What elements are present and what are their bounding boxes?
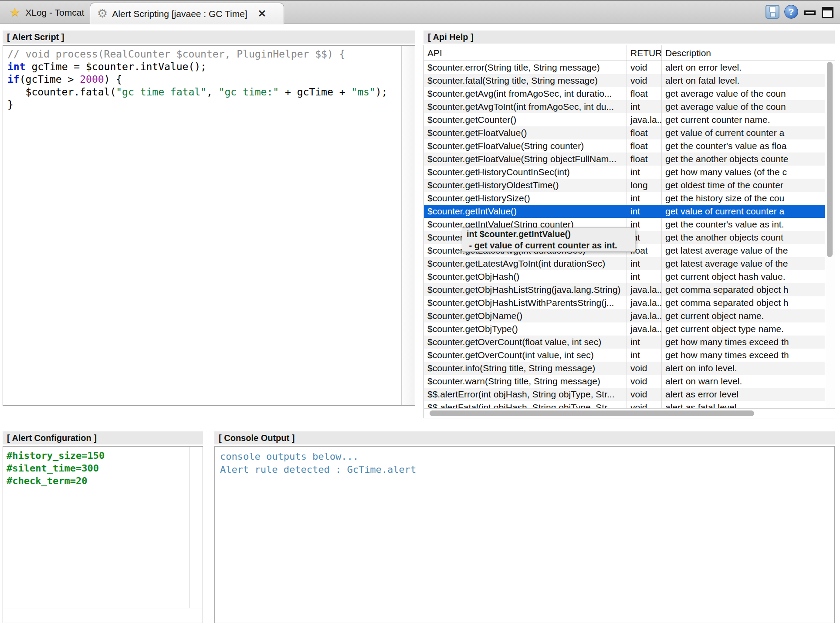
api-cell-desc: get average value of the coun [662,100,825,113]
api-cell-ret: void [627,61,662,74]
api-table-row[interactable]: $counter.getObjHashListWithParentsString… [424,296,825,309]
api-cell-desc: get average value of the coun [662,87,825,100]
floppy-label [769,7,776,12]
api-cell-desc: alert on error level. [662,61,825,74]
con-line: Alert rule detected : GcTime.alert [220,463,416,476]
api-cell-api: $counter.getIntValue() [424,205,627,218]
api-cell-api: $counter.getOverCount(float value, int s… [424,336,627,349]
api-table-row[interactable]: $counter.getOverCount(float value, int s… [424,336,825,349]
close-tab-icon[interactable]: ✕ [258,9,266,19]
config-hscrollbar-track[interactable] [3,608,203,623]
api-cell-desc: get how many values (of the c [662,166,825,179]
vertical-scrollbar[interactable] [825,61,835,408]
api-cell-desc: get the counter's value as floa [662,139,825,153]
api-cell-api: $counter.getObjType() [424,322,627,336]
horizontal-scrollbar-thumb[interactable] [430,410,754,416]
help-button[interactable]: ? [784,5,798,19]
tab-label: Alert Scripting [javaee : GC Time] [112,9,247,19]
api-cell-api: $counter.getFloatValue() [424,126,627,139]
alert-config-lines: #history_size=150#silent_time=300#check_… [7,449,105,487]
api-help-title: [ Api Help ] [423,31,835,44]
save-button[interactable] [765,5,779,19]
api-table-row[interactable]: $counter.getHistoryCountInSec(int)intget… [424,166,825,179]
console-output-area[interactable]: console outputs below...Alert rule detec… [214,446,835,623]
star-icon: ★ [10,7,20,18]
api-table-row[interactable]: $counter.getAvg(int fromAgoSec, int dura… [424,87,825,100]
api-cell-desc: get oldest time of the counter [662,179,825,192]
api-table-row[interactable]: $$.alertError(int objHash, String objTyp… [424,388,825,401]
minimize-button[interactable] [804,10,816,15]
api-table-row[interactable]: $counter.getOverCount(int value, int sec… [424,349,825,362]
api-cell-api: $$.alertFatal(int objHash, String objTyp… [424,401,627,408]
api-table-row[interactable]: $counter.getCounter()java.la...get curre… [424,113,825,126]
api-cell-ret: int [627,166,662,179]
api-cell-ret: void [627,388,662,401]
api-cell-desc: get comma separated object h [662,296,825,309]
api-cell-ret: float [627,153,662,166]
api-table-row[interactable]: $counter.getObjHashListString(java.lang.… [424,283,825,296]
cfg-line: #silent_time=300 [7,462,105,475]
api-table-row[interactable]: $counter.getFloatValue(String counter)fl… [424,139,825,153]
api-cell-desc: get how many times exceed th [662,349,825,362]
api-cell-api: $counter.warn(String title, String messa… [424,375,627,388]
api-table-row[interactable]: $counter.getObjName()java.la...get curre… [424,309,825,322]
api-table-row[interactable]: $counter.warn(String title, String messa… [424,375,825,388]
alert-scripting-window: ★ XLog - Tomcat ⚙ Alert Scripting [javae… [0,0,840,624]
api-table-row[interactable]: $counter.getHistorySize()intget the hist… [424,192,825,205]
api-table-row[interactable]: $counter.getObjType()java.la...get curre… [424,322,825,336]
alert-script-title: [ Alert Script ] [3,31,415,44]
api-cell-api: $counter.getAvg(int fromAgoSec, int dura… [424,87,627,100]
api-table-row[interactable]: $counter.getAvgToInt(int fromAgoSec, int… [424,100,825,113]
api-cell-api: $counter.getLatestAvgToInt(int durationS… [424,257,627,270]
api-cell-desc: get the another objects count [662,231,825,244]
code-line: $counter.fatal("gc time fatal", "gc time… [7,86,387,98]
api-cell-ret: void [627,375,662,388]
maximize-button[interactable] [822,7,833,18]
api-cell-api: $counter.getHistorySize() [424,192,627,205]
api-cell-desc: alert on warn level. [662,375,825,388]
api-cell-ret: void [627,74,662,87]
api-cell-api: $counter.getCounter() [424,113,627,126]
tab-xlog-tomcat[interactable]: ★ XLog - Tomcat [3,1,91,24]
alert-script-editor[interactable]: // void process(RealCounter $counter, Pl… [3,45,415,406]
api-table-row[interactable]: $counter.getFloatValue(String objectFull… [424,153,825,166]
api-cell-ret: float [627,126,662,139]
api-cell-desc: alert as error level [662,388,825,401]
horizontal-scrollbar[interactable] [424,408,835,418]
api-cell-desc: alert as fatal level [662,401,825,408]
api-table-row[interactable]: $counter.error(String title, String mess… [424,61,825,74]
tab-alert-scripting[interactable]: ⚙ Alert Scripting [javaee : GC Time] ✕ [90,3,284,24]
column-header-return[interactable]: RETURN [627,45,662,61]
api-cell-ret: int [627,257,662,270]
api-cell-ret: java.la... [627,309,662,322]
vertical-scrollbar-thumb[interactable] [827,62,833,257]
api-cell-ret: int [627,192,662,205]
api-cell-api: $counter.getHistoryCountInSec(int) [424,166,627,179]
api-table-row[interactable]: $$.alertFatal(int objHash, String objTyp… [424,401,825,408]
api-cell-ret: int [627,270,662,283]
api-cell-desc: get comma separated object h [662,283,825,296]
api-table-row[interactable]: $counter.getLatestAvgToInt(int durationS… [424,257,825,270]
api-cell-ret: int [627,100,662,113]
code-line: int gcTime = $counter.intValue(); [7,61,387,73]
api-table-row[interactable]: $counter.getHistoryOldestTime()longget o… [424,179,825,192]
api-cell-api: $counter.getObjName() [424,309,627,322]
api-cell-api: $counter.getFloatValue(String objectFull… [424,153,627,166]
column-header-description[interactable]: Description [662,45,830,61]
api-cell-desc: get latest average value of the [662,244,825,257]
code-line: // void process(RealCounter $counter, Pl… [7,48,387,61]
alert-config-editor[interactable]: #history_size=150#silent_time=300#check_… [3,446,203,623]
api-table-row[interactable]: $counter.getFloatValue()floatget value o… [424,126,825,139]
editor-scrollbar-track[interactable] [401,46,415,405]
column-header-api[interactable]: API [424,45,627,61]
api-table-row[interactable]: $counter.info(String title, String messa… [424,362,825,375]
tooltip-description: - get value of current counter as int. [467,240,630,251]
floppy-shutter [770,12,776,17]
cfg-line: #check_term=20 [7,475,105,487]
api-cell-desc: get value of current counter a [662,126,825,139]
api-table-row[interactable]: $counter.getIntValue()intget value of cu… [424,205,825,218]
api-table-row[interactable]: $counter.getObjHash()intget current obje… [424,270,825,283]
api-cell-desc: get value of current counter a [662,205,825,218]
api-table-row[interactable]: $counter.fatal(String title, String mess… [424,74,825,87]
config-vscrollbar-track[interactable] [190,447,203,608]
